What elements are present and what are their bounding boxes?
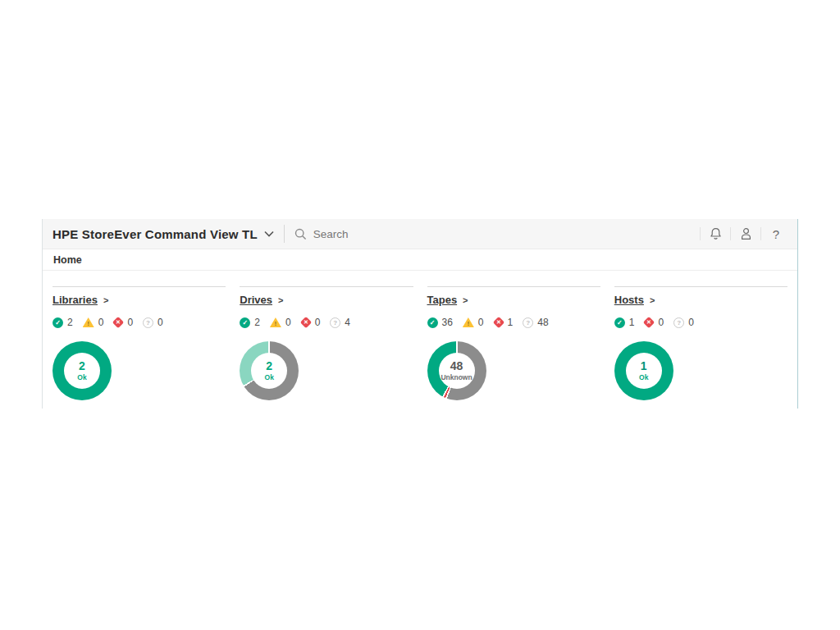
warning-status-icon: ! <box>270 317 281 327</box>
drives-donut-chart[interactable]: 2 Ok <box>240 341 299 400</box>
donut-center: 2 Ok <box>64 353 100 389</box>
topbar-actions: ? <box>697 223 788 244</box>
status-warning: !0 <box>463 317 484 328</box>
unknown-status-icon: ? <box>330 317 340 328</box>
status-count: 0 <box>158 317 163 328</box>
top-bar: HPE StoreEver Command View TL <box>43 219 798 249</box>
dashboard: Libraries > ✓2!0✕0?0 2 Ok Drives > ✓2!0✕… <box>43 271 798 400</box>
ok-status-icon: ✓ <box>614 317 625 328</box>
error-status-icon: ✕ <box>300 317 312 328</box>
status-ok: ✓2 <box>52 317 73 328</box>
status-warning: !0 <box>83 317 104 328</box>
link-arrow-icon: > <box>650 295 655 305</box>
donut-center-value: 1 <box>641 360 647 372</box>
donut-center-label: Unknown <box>441 374 472 381</box>
search-box <box>294 228 697 240</box>
status-ok: ✓1 <box>614 317 635 328</box>
status-count: 4 <box>345 317 350 328</box>
status-warning: !0 <box>270 317 291 328</box>
status-count: 0 <box>127 317 133 328</box>
unknown-status-icon: ? <box>523 317 533 328</box>
status-summary: ✓36!0✕1?48 <box>427 317 600 328</box>
search-input[interactable] <box>313 228 576 240</box>
status-unknown: ?4 <box>330 317 350 328</box>
status-error: ✕0 <box>644 317 664 328</box>
donut-center-value: 2 <box>266 360 272 372</box>
bell-icon <box>710 227 722 240</box>
link-arrow-icon: > <box>103 295 108 305</box>
status-count: 36 <box>442 317 453 328</box>
error-status-icon: ✕ <box>492 317 504 328</box>
breadcrumb-bar: Home <box>43 249 798 271</box>
status-count: 0 <box>315 317 321 328</box>
user-button[interactable] <box>733 223 758 244</box>
notifications-button[interactable] <box>703 223 728 244</box>
donut-center: 48 Unknown <box>439 353 475 389</box>
unknown-status-icon: ? <box>673 317 684 328</box>
unknown-status-icon: ? <box>143 317 153 328</box>
libraries-donut-chart[interactable]: 2 Ok <box>52 341 112 400</box>
status-count: 2 <box>67 317 73 328</box>
donut-center-label: Ok <box>77 374 86 381</box>
hosts-donut-chart[interactable]: 1 Ok <box>614 341 673 400</box>
help-icon: ? <box>773 227 779 241</box>
tapes-link[interactable]: Tapes <box>427 294 458 306</box>
status-count: 1 <box>629 317 635 328</box>
status-count: 0 <box>98 317 104 328</box>
status-count: 1 <box>508 317 514 328</box>
tapes-donut-chart[interactable]: 48 Unknown <box>427 341 486 400</box>
app-title: HPE StoreEver Command View TL <box>52 227 258 241</box>
status-error: ✕0 <box>301 317 321 328</box>
libraries-link[interactable]: Libraries <box>52 294 98 306</box>
status-summary: ✓1✕0?0 <box>614 317 788 328</box>
status-count: 0 <box>285 317 291 328</box>
link-arrow-icon: > <box>463 295 468 305</box>
link-arrow-icon: > <box>278 295 283 305</box>
warning-status-icon: ! <box>463 317 474 327</box>
panel-drives: Drives > ✓2!0✕0?4 2 Ok <box>240 286 413 400</box>
status-unknown: ?0 <box>673 317 694 328</box>
error-status-icon: ✕ <box>643 317 655 328</box>
topbar-divider <box>284 225 285 243</box>
donut-center: 2 Ok <box>251 353 287 389</box>
panel-tapes: Tapes > ✓36!0✕1?48 48 Unknown <box>427 286 600 400</box>
donut-center: 1 Ok <box>626 353 662 389</box>
status-unknown: ?0 <box>143 317 163 328</box>
status-count: 0 <box>658 317 664 328</box>
status-count: 0 <box>478 317 484 328</box>
drives-link[interactable]: Drives <box>240 294 272 306</box>
search-icon <box>294 228 307 240</box>
status-count: 0 <box>688 317 694 328</box>
warning-status-icon: ! <box>83 317 94 327</box>
status-ok: ✓36 <box>427 317 453 328</box>
status-summary: ✓2!0✕0?0 <box>52 317 226 328</box>
breadcrumb-home[interactable]: Home <box>53 254 82 266</box>
status-count: 48 <box>537 317 548 328</box>
chevron-down-icon <box>264 231 274 237</box>
app-window: HPE StoreEver Command View TL <box>42 219 798 409</box>
window-right-edge <box>797 219 798 409</box>
donut-center-value: 48 <box>450 360 463 372</box>
donut-center-value: 2 <box>79 360 85 372</box>
status-summary: ✓2!0✕0?4 <box>240 317 413 328</box>
donut-center-label: Ok <box>265 374 274 381</box>
user-icon <box>740 227 752 240</box>
ok-status-icon: ✓ <box>52 317 63 328</box>
topbar-action-divider <box>730 227 731 240</box>
status-unknown: ?48 <box>523 317 548 328</box>
donut-center-label: Ok <box>639 374 648 381</box>
app-title-menu[interactable]: HPE StoreEver Command View TL <box>52 227 274 241</box>
topbar-action-divider <box>760 227 761 240</box>
error-status-icon: ✕ <box>112 317 124 328</box>
status-error: ✕1 <box>494 317 514 328</box>
status-error: ✕0 <box>113 317 133 328</box>
topbar-action-divider <box>700 227 701 240</box>
ok-status-icon: ✓ <box>427 317 438 328</box>
ok-status-icon: ✓ <box>240 317 250 328</box>
status-count: 2 <box>254 317 260 328</box>
panel-libraries: Libraries > ✓2!0✕0?0 2 Ok <box>52 286 226 400</box>
hosts-link[interactable]: Hosts <box>614 294 644 306</box>
status-ok: ✓2 <box>240 317 260 328</box>
panel-hosts: Hosts > ✓1✕0?0 1 Ok <box>614 286 788 400</box>
help-button[interactable]: ? <box>764 223 788 244</box>
